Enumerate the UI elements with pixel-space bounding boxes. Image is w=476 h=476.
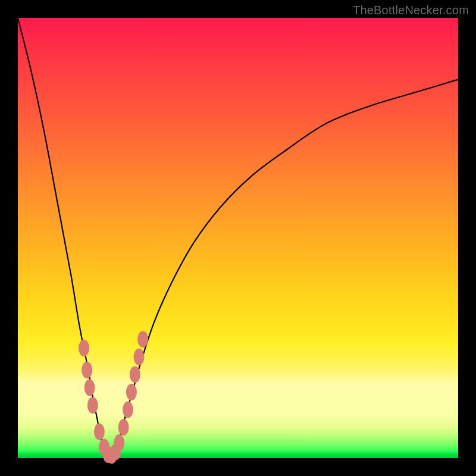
watermark-text: TheBottleNecker.com (353, 4, 469, 17)
marker-dot (94, 424, 105, 440)
marker-dot (79, 340, 89, 356)
marker-dot (123, 402, 133, 418)
highlight-dots (79, 331, 148, 464)
bottleneck-curve (18, 18, 458, 458)
marker-dot (130, 366, 140, 383)
marker-dot (82, 362, 92, 378)
chart-frame: TheBottleNecker.com (0, 0, 476, 476)
marker-dot (84, 380, 95, 396)
marker-dot (118, 419, 129, 436)
plot-area (18, 18, 458, 458)
marker-dot (126, 384, 137, 400)
curve-layer (18, 18, 458, 458)
marker-dot (137, 331, 148, 347)
marker-dot (134, 349, 145, 365)
marker-dot (87, 397, 98, 414)
marker-dot (114, 434, 124, 451)
